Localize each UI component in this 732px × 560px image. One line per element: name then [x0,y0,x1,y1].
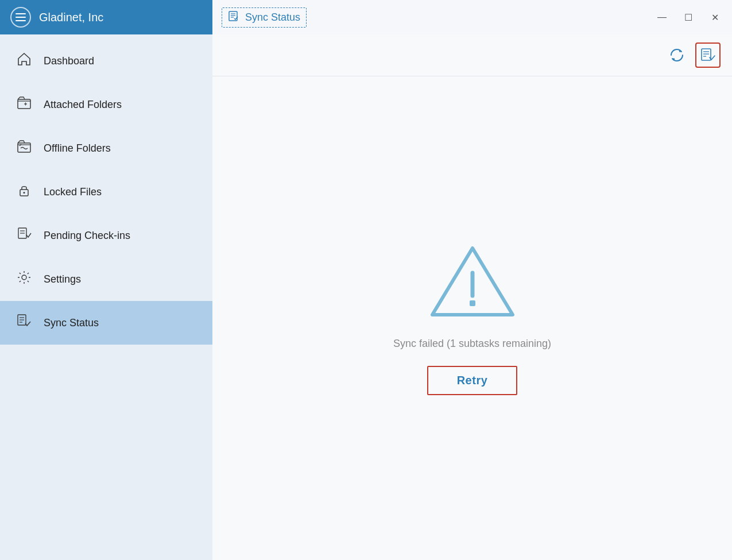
maximize-button[interactable]: ☐ [680,9,696,25]
settings-icon [16,270,32,288]
sidebar: Dashboard Attached Folders [0,34,212,560]
title-bar-left: Gladinet, Inc [0,7,212,28]
sidebar-label-attached-folders: Attached Folders [44,99,122,111]
svg-point-14 [22,275,26,280]
sidebar-label-offline-folders: Offline Folders [44,142,111,155]
content-toolbar [212,34,732,76]
sync-status-view-button[interactable] [695,43,721,68]
close-button[interactable]: ✕ [707,9,723,25]
lock-icon [16,183,32,201]
retry-button[interactable]: Retry [427,366,518,395]
title-bar-right: Sync Status — ☐ ✕ [212,0,732,34]
active-tab-title: Sync Status [222,7,307,28]
content-area: Sync failed (1 subtasks remaining) Retry [212,34,732,560]
main-layout: Dashboard Attached Folders [0,34,732,560]
sidebar-label-pending-checkins: Pending Check-ins [44,230,130,242]
attached-folder-icon [16,95,32,114]
svg-rect-19 [702,49,711,60]
sidebar-label-dashboard: Dashboard [44,55,94,67]
hamburger-menu-icon[interactable] [10,7,31,28]
sidebar-item-pending-checkins[interactable]: Pending Check-ins [0,214,212,257]
sidebar-label-locked-files: Locked Files [44,186,102,198]
sidebar-item-dashboard[interactable]: Dashboard [0,39,212,83]
title-bar: Gladinet, Inc Sync Status — ☐ ✕ [0,0,732,34]
minimize-button[interactable]: — [654,9,670,25]
company-name: Gladinet, Inc [39,11,103,24]
hamburger-line [16,13,26,14]
sidebar-item-attached-folders[interactable]: Attached Folders [0,83,212,126]
sidebar-label-settings: Settings [44,273,81,285]
sync-status-tab-icon [228,10,239,25]
home-icon [16,52,32,70]
sync-status-icon [16,314,32,332]
window-controls: — ☐ ✕ [654,9,723,25]
offline-folder-icon [16,139,32,157]
svg-point-10 [24,192,25,194]
warning-icon [427,241,518,322]
hamburger-line [16,20,26,21]
sidebar-item-offline-folders[interactable]: Offline Folders [0,126,212,170]
sidebar-item-locked-files[interactable]: Locked Files [0,170,212,214]
hamburger-line [16,17,26,18]
sidebar-label-sync-status: Sync Status [44,317,99,329]
active-tab-label: Sync Status [245,11,300,24]
checkin-icon [16,226,32,245]
sidebar-item-sync-status[interactable]: Sync Status [0,301,212,345]
refresh-button[interactable] [664,43,690,68]
sidebar-item-settings[interactable]: Settings [0,257,212,301]
svg-rect-7 [18,143,30,152]
sync-failed-message: Sync failed (1 subtasks remaining) [393,338,551,350]
svg-rect-24 [470,300,475,306]
content-body: Sync failed (1 subtasks remaining) Retry [212,76,732,560]
